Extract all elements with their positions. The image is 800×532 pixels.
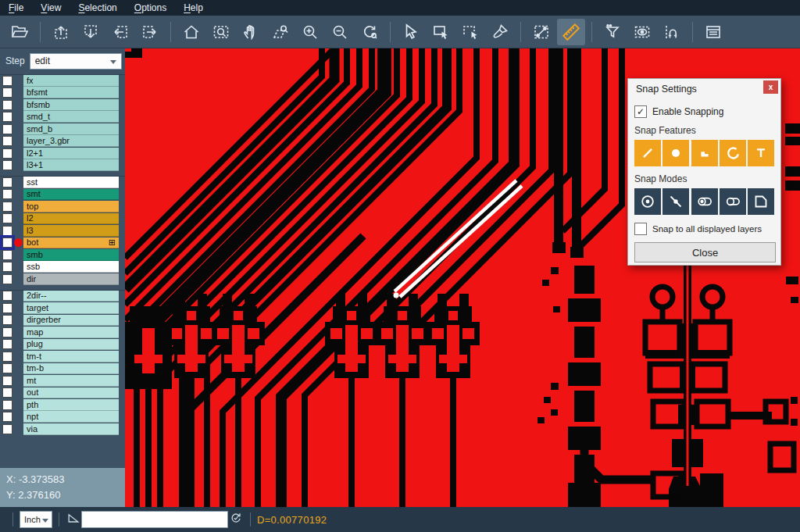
snap-all-layers-row[interactable]: Snap to all displayed layers [634,223,774,235]
snap-feature-line-button[interactable] [634,140,661,166]
angle-tool-icon[interactable] [66,510,81,529]
layer-name[interactable]: ssb [23,261,119,273]
layer-visibility-checkbox[interactable] [2,400,12,410]
layer-row-l3[interactable]: l3 [0,225,125,237]
layer-panel-button[interactable] [699,19,727,45]
layer-row-target[interactable]: target [0,302,125,314]
menu-item-view[interactable]: View [32,0,70,16]
snap-settings-button[interactable] [658,19,686,45]
menu-item-help[interactable]: Help [175,0,212,16]
dialog-titlebar[interactable]: Snap Settings x [628,79,780,99]
layer-row-fx[interactable]: fx [0,75,125,87]
layer-row-smt[interactable]: smt [0,189,125,201]
layer-visibility-checkbox[interactable] [2,100,12,110]
menu-item-selection[interactable]: Selection [70,0,125,16]
layer-visibility-checkbox[interactable] [2,112,12,122]
layer-row-dirgerber[interactable]: dirgerber [0,315,125,327]
snap-mode-center-button[interactable] [634,188,661,215]
zoom-home-button[interactable] [177,19,205,45]
layer-visibility-checkbox[interactable] [2,213,12,223]
layer-visibility-checkbox[interactable] [2,274,12,284]
layer-visibility-checkbox[interactable] [2,363,12,373]
layer-name[interactable]: dir [23,273,119,285]
snap-mode-profile-button[interactable] [748,188,774,215]
layer-row-smd_t[interactable]: smd_t [0,111,125,123]
layer-name[interactable]: top [23,201,119,212]
layer-name[interactable]: bot⊞ [23,237,119,249]
layer-visibility-checkbox[interactable] [2,87,12,98]
pan-hand-button[interactable] [237,19,265,45]
layer-visibility-checkbox[interactable] [2,250,12,260]
select-rectangle-button[interactable] [427,19,455,45]
layer-visibility-checkbox[interactable] [2,148,12,159]
layer-row-smd_b[interactable]: smd_b [0,123,125,135]
move-down-button[interactable] [77,19,105,45]
layer-visibility-checkbox[interactable] [2,76,12,86]
layer-visibility-checkbox[interactable] [2,189,12,199]
snap-feature-surface-button[interactable] [691,140,718,166]
layer-row-via[interactable]: via [0,423,125,435]
layer-grid-icon[interactable]: ⊞ [109,238,116,246]
layer-name[interactable]: bfsmb [23,99,119,111]
layer-row-l2[interactable]: l2 [0,213,125,225]
snap-mode-pad-outline-button[interactable] [720,188,746,215]
dialog-close-button[interactable]: x [763,80,778,94]
snap-all-layers-checkbox[interactable] [634,223,647,235]
layer-name[interactable]: l3+1 [23,159,119,171]
measure-ruler-button[interactable] [557,19,585,45]
layer-visibility-checkbox[interactable] [2,291,12,301]
layer-name[interactable]: fx [23,75,119,87]
step-select[interactable]: edit [30,53,122,70]
move-up-button[interactable] [47,19,75,45]
menu-item-options[interactable]: Options [126,0,175,16]
open-button[interactable] [5,19,34,45]
layer-row-l2+1[interactable]: l2+1 [0,148,125,159]
layer-visibility-checkbox[interactable] [2,327,12,337]
view-options-button[interactable] [628,19,656,45]
layer-visibility-checkbox[interactable] [2,424,12,434]
layer-name[interactable]: map [23,327,119,338]
command-input[interactable] [81,511,228,528]
zoom-out-button[interactable] [326,19,354,45]
layer-name[interactable]: l3 [23,225,119,237]
menu-item-file[interactable]: File [0,0,32,16]
sync-check-icon[interactable] [228,510,244,529]
layer-row-bot[interactable]: bot⊞ [0,237,125,249]
unit-select[interactable]: Inch [20,511,52,528]
layer-visibility-checkbox[interactable] [2,136,12,146]
snap-feature-arc-button[interactable] [720,140,746,166]
layer-name[interactable]: smb [23,249,119,261]
layer-name[interactable]: target [23,302,119,314]
layer-name[interactable]: 2dir-- [23,291,119,302]
move-left-button[interactable] [106,19,134,45]
layer-row-top[interactable]: top [0,201,125,212]
layer-visibility-checkbox[interactable] [2,376,12,386]
snap-mode-midpoint-button[interactable] [662,188,689,215]
close-button[interactable]: Close [634,242,776,262]
select-polygon-button[interactable] [456,19,484,45]
layer-row-layer_3.gbr[interactable]: layer_3.gbr [0,135,125,147]
layer-name[interactable]: l2+1 [23,148,119,159]
layer-name[interactable]: smd_t [23,111,119,123]
layer-name[interactable]: dirgerber [23,315,119,327]
layer-visibility-checkbox[interactable] [2,202,12,212]
layer-name[interactable]: smd_b [23,123,119,135]
layer-row-2dir--[interactable]: 2dir-- [0,291,125,302]
layer-visibility-checkbox[interactable] [2,315,12,325]
layer-name[interactable]: tm-b [23,363,119,375]
layer-visibility-checkbox[interactable] [2,339,12,349]
clean-selection-button[interactable] [486,19,514,45]
zoom-previous-button[interactable] [355,19,384,45]
layer-row-smb[interactable]: smb [0,249,125,261]
enable-snapping-checkbox[interactable]: ✓ [634,105,647,118]
layer-visibility-checkbox[interactable] [2,177,12,187]
select-arrow-button[interactable] [397,19,425,45]
layer-row-sst[interactable]: sst [0,177,125,188]
layer-row-npt[interactable]: npt [0,411,125,423]
layer-name[interactable]: sst [23,177,119,188]
layer-row-out[interactable]: out [0,387,125,399]
zoom-polygon-button[interactable] [266,19,295,45]
layer-name[interactable]: pth [23,399,119,411]
layer-name[interactable]: bfsmt [23,87,119,98]
snap-feature-text-button[interactable] [748,140,774,166]
